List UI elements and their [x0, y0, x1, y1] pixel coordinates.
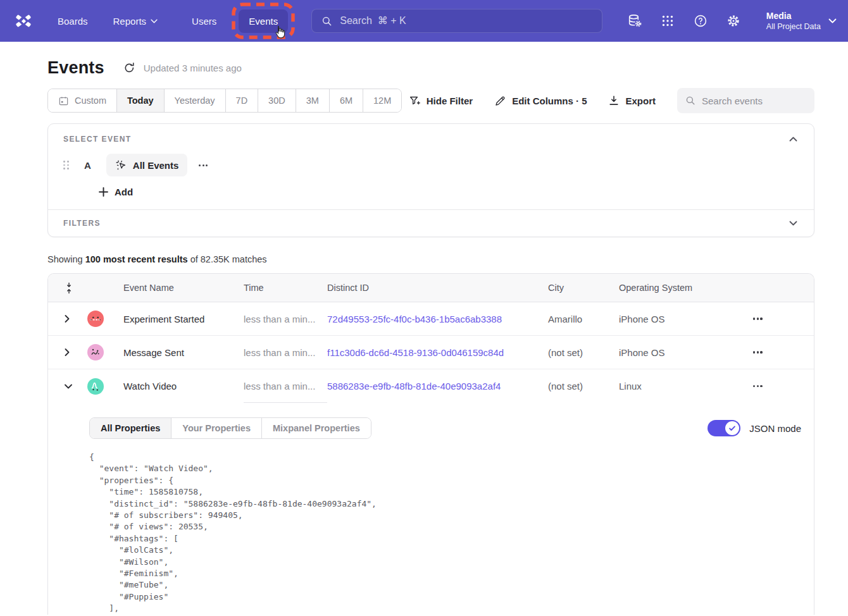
export-button[interactable]: Export [608, 95, 656, 106]
event-city: (not set) [548, 381, 619, 391]
cursor-pointer-icon [272, 25, 287, 41]
project-name: Media [766, 10, 821, 22]
event-json-viewer: { "event": "Watch Video", "properties": … [89, 452, 801, 615]
nav-item-events-selection: Events [232, 3, 295, 39]
results-summary: Showing 100 most recent results of 82.35… [47, 254, 814, 264]
filters-label: FILTERS [63, 219, 101, 228]
range-12m[interactable]: 12M [363, 89, 401, 112]
distinct-id-link[interactable]: 72d49553-25fc-4f0c-b436-1b5ac6ab3388 [327, 314, 548, 324]
refresh-button[interactable] [123, 62, 135, 74]
project-selector[interactable]: Media All Project Data [766, 10, 821, 32]
nav-item-boards-label: Boards [58, 16, 88, 27]
search-icon [321, 15, 333, 27]
edit-columns-button[interactable]: Edit Columns · 5 [494, 95, 587, 107]
search-icon [685, 95, 696, 106]
search-events-box[interactable] [677, 88, 814, 113]
toggle-knob [725, 421, 739, 435]
table-row[interactable]: Experiment Started less than a min... 72… [48, 302, 814, 336]
apps-grid-icon[interactable] [660, 13, 675, 28]
mixpanel-logo-icon[interactable] [14, 11, 33, 30]
check-icon [728, 424, 736, 432]
event-detail-panel: All Properties Your Properties Mixpanel … [48, 403, 814, 615]
top-nav: Boards Reports Users Events [0, 0, 848, 42]
range-30d[interactable]: 30D [258, 89, 296, 112]
tab-your-properties[interactable]: Your Properties [171, 418, 262, 438]
expand-row-button[interactable] [48, 348, 87, 356]
results-count: 100 most recent results [85, 254, 188, 264]
json-mode-toggle[interactable] [708, 420, 740, 436]
chevron-down-icon [65, 384, 72, 389]
edit-columns-label: Edit Columns · 5 [512, 95, 587, 106]
sort-rows-icon[interactable] [48, 282, 87, 294]
hide-filter-button[interactable]: Hide Filter [409, 95, 473, 107]
distinct-id-link[interactable]: 5886283e-e9fb-48fb-81de-40e9093a2af4 [327, 381, 548, 391]
tab-mixpanel-properties[interactable]: Mixpanel Properties [262, 418, 371, 438]
event-selector-chip[interactable]: All Events [106, 154, 188, 176]
nav-item-boards[interactable]: Boards [58, 16, 88, 27]
project-scope: All Project Data [766, 22, 821, 32]
event-city: Amarillo [548, 314, 619, 324]
event-os: Linux [619, 381, 751, 391]
query-builder-card: SELECT EVENT A All Events [47, 123, 814, 237]
avatar [87, 311, 104, 327]
range-yesterday[interactable]: Yesterday [165, 89, 226, 112]
range-3m[interactable]: 3M [296, 89, 330, 112]
column-header-event-name: Event Name [123, 283, 244, 293]
event-more-options-button[interactable] [197, 161, 209, 170]
add-event-button[interactable]: Add [99, 187, 133, 197]
global-search[interactable] [311, 9, 602, 33]
nav-item-users[interactable]: Users [192, 16, 216, 27]
row-more-options-button[interactable] [751, 380, 765, 392]
nav-item-reports[interactable]: Reports [113, 16, 158, 27]
event-city: (not set) [548, 347, 619, 358]
drag-handle[interactable] [63, 161, 70, 169]
date-range-picker: Custom Today Yesterday 7D 30D 3M 6M 12M [47, 89, 402, 113]
avatar [87, 378, 104, 395]
collapse-section-button[interactable] [788, 135, 799, 143]
magic-cursor-icon [115, 159, 127, 171]
expand-filters-button[interactable] [788, 219, 799, 227]
event-time: less than a min... [244, 369, 327, 403]
plus-icon [99, 187, 108, 197]
updated-timestamp: Updated 3 minutes ago [144, 63, 242, 73]
table-row-expanded[interactable]: Watch Video less than a min... 5886283e-… [48, 369, 814, 403]
row-more-options-button[interactable] [751, 312, 765, 324]
export-download-icon [608, 95, 620, 106]
step-letter: A [84, 160, 91, 171]
filters-section[interactable]: FILTERS [48, 209, 814, 237]
chevron-right-icon [65, 315, 70, 323]
collapse-row-button[interactable] [48, 384, 87, 389]
event-time: less than a min... [244, 302, 327, 335]
avatar [87, 344, 104, 360]
edit-pencil-icon [494, 95, 506, 107]
expand-row-button[interactable] [48, 315, 87, 323]
column-header-city: City [548, 283, 619, 293]
event-name: Experiment Started [123, 314, 244, 324]
range-today[interactable]: Today [117, 89, 165, 112]
tab-all-properties[interactable]: All Properties [90, 418, 171, 438]
global-search-input[interactable] [340, 15, 593, 27]
event-chip-label: All Events [133, 160, 179, 171]
help-icon[interactable] [693, 13, 708, 28]
table-row[interactable]: Message Sent less than a min... f11c30d6… [48, 336, 814, 369]
export-label: Export [625, 95, 656, 106]
row-more-options-button[interactable] [751, 346, 765, 358]
table-header-row: Event Name Time Distinct ID City Operati… [48, 274, 814, 302]
range-6m[interactable]: 6M [330, 89, 363, 112]
event-time: less than a min... [244, 336, 327, 369]
range-custom[interactable]: Custom [48, 89, 117, 112]
event-os: iPhone OS [619, 314, 751, 324]
main-content: Events Updated 3 minutes ago Custom Toda… [47, 58, 814, 615]
settings-gear-icon[interactable] [726, 13, 741, 28]
column-header-time: Time [244, 283, 327, 293]
range-7d[interactable]: 7D [226, 89, 259, 112]
distinct-id-link[interactable]: f11c30d6-dc6d-4518-9136-0d046159c84d [327, 347, 548, 358]
chevron-down-icon[interactable] [828, 18, 837, 23]
chevron-down-icon [151, 19, 158, 23]
events-table: Event Name Time Distinct ID City Operati… [47, 273, 814, 615]
column-header-distinct-id: Distinct ID [327, 283, 548, 293]
range-custom-label: Custom [75, 95, 106, 106]
chevron-up-icon [789, 137, 797, 142]
data-management-icon[interactable] [627, 13, 642, 28]
search-events-input[interactable] [702, 95, 807, 106]
